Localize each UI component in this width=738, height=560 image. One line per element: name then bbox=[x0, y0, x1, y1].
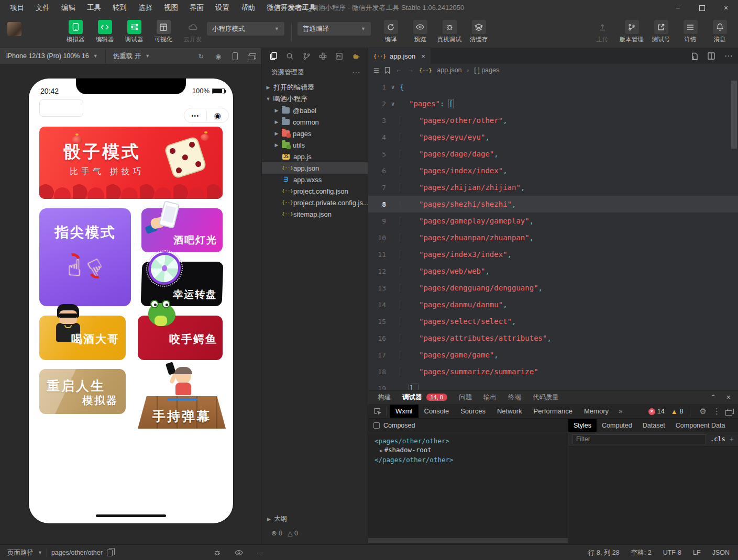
menu-转到[interactable]: 转到 bbox=[108, 2, 131, 14]
tree-file-app.wxss[interactable]: ᗱapp.wxss bbox=[262, 174, 368, 185]
device-selector[interactable]: iPhone 12/13 (Pro) 100% 16▼ bbox=[0, 52, 98, 60]
code-line-13[interactable]: 13"pages/dengguang/dengguang", bbox=[368, 279, 738, 296]
close-icon[interactable]: × bbox=[726, 393, 731, 401]
tile-bar-light[interactable]: 酒吧灯光 bbox=[141, 208, 223, 252]
fold-chevron-icon[interactable]: ∨ bbox=[386, 84, 400, 91]
menu-设置[interactable]: 设置 bbox=[211, 2, 234, 14]
tree-file-sitemap.json[interactable]: {··}sitemap.json bbox=[262, 208, 368, 220]
toolbar-button-编辑器[interactable]: 编辑器 bbox=[92, 20, 117, 43]
tree-folder-@babel[interactable]: ▶@babel bbox=[262, 105, 368, 116]
menu-视图[interactable]: 视图 bbox=[159, 2, 183, 14]
toolbar-button-预览[interactable]: 预览 bbox=[407, 20, 433, 43]
toolbar-button-消息[interactable]: 消息 bbox=[707, 20, 732, 43]
collapse-icon[interactable]: ⌃ bbox=[711, 394, 716, 401]
menu-微信开发者工具[interactable]: 微信开发者工具 bbox=[262, 2, 321, 14]
language-mode[interactable]: JSON bbox=[712, 549, 730, 556]
add-rule-icon[interactable]: + bbox=[730, 435, 734, 443]
toolbar-button-云开发[interactable]: 云开发 bbox=[180, 20, 205, 43]
compile-dropdown[interactable]: 普通编译▼ bbox=[298, 22, 371, 36]
toolbar-button-清缓存[interactable]: 清缓存 bbox=[466, 20, 491, 43]
tree-file-app.js[interactable]: JSapp.js bbox=[262, 151, 368, 162]
menu-工具[interactable]: 工具 bbox=[82, 2, 106, 14]
more-icon[interactable]: ··· bbox=[353, 69, 361, 76]
eol-setting[interactable]: LF bbox=[693, 549, 701, 556]
teapot-icon[interactable] bbox=[350, 52, 361, 60]
tree-folder-pages[interactable]: ▶pages bbox=[262, 128, 368, 139]
code-line-7[interactable]: 7"pages/zhijian/zhijian", bbox=[368, 179, 738, 196]
code-line-2[interactable]: 2∨"pages": [ bbox=[368, 95, 738, 112]
code-line-11[interactable]: 11"pages/index3/index", bbox=[368, 246, 738, 263]
filter-input[interactable]: Filter bbox=[572, 434, 706, 444]
devtools-tab-sources[interactable]: Sources bbox=[455, 405, 491, 418]
code-line-12[interactable]: 12"pages/web/web", bbox=[368, 263, 738, 279]
tile-handheld-danmaku[interactable]: 手持弹幕 bbox=[138, 364, 226, 431]
home-target-icon[interactable]: ◉ bbox=[207, 111, 229, 120]
tile-dice-mode[interactable]: 骰子模式 比手气 拼技巧 bbox=[39, 127, 223, 199]
styles-tab-dataset[interactable]: Dataset bbox=[637, 419, 670, 432]
menu-帮助[interactable]: 帮助 bbox=[236, 2, 260, 14]
open-preview-icon[interactable] bbox=[691, 52, 698, 60]
user-avatar[interactable] bbox=[7, 22, 21, 36]
debugger-tab-问题[interactable]: 问题 bbox=[459, 393, 472, 402]
mode-dropdown[interactable]: 小程序模式▼ bbox=[207, 22, 284, 36]
wxml-scrollbar[interactable] bbox=[368, 538, 568, 543]
code-line-4[interactable]: 4"pages/eyu/eyu", bbox=[368, 129, 738, 145]
code-line-3[interactable]: 3"pages/other/other", bbox=[368, 112, 738, 129]
tree-file-project.private.config.js...[interactable]: {··}project.private.config.js... bbox=[262, 197, 368, 208]
menu-编辑[interactable]: 编辑 bbox=[57, 2, 80, 14]
indent-setting[interactable]: 空格: 2 bbox=[631, 548, 652, 557]
files-icon[interactable] bbox=[268, 52, 279, 60]
tab-app-json[interactable]: {··} app.json × bbox=[368, 48, 431, 64]
toolbar-button-测试号[interactable]: 测试号 bbox=[648, 20, 674, 43]
debugger-tab-构建[interactable]: 构建 bbox=[378, 393, 391, 402]
encoding[interactable]: UTF-8 bbox=[663, 549, 681, 556]
devtools-tab-memory[interactable]: Memory bbox=[578, 405, 614, 418]
toolbar-button-可视化[interactable]: 可视化 bbox=[151, 20, 176, 43]
debugger-tab-调试器[interactable]: 调试器 bbox=[402, 393, 422, 402]
editor-scrollbar[interactable] bbox=[731, 81, 737, 149]
code-line-6[interactable]: 6"pages/index/index", bbox=[368, 162, 738, 179]
code-line-5[interactable]: 5"pages/dage/dage", bbox=[368, 145, 738, 162]
toolbar-button-版本管理[interactable]: 版本管理 bbox=[619, 20, 644, 43]
devtools-tab-performance[interactable]: Performance bbox=[528, 405, 578, 418]
code-line-19[interactable]: 19], bbox=[368, 380, 738, 390]
styles-tab-component-data[interactable]: Component Data bbox=[670, 419, 731, 432]
code-line-9[interactable]: 9"pages/gameplay/gameplay", bbox=[368, 212, 738, 229]
console-error-count[interactable]: ✕ 14 bbox=[648, 408, 665, 415]
toolbar-button-真机调试[interactable]: 真机调试 bbox=[437, 20, 462, 43]
devtools-tab-network[interactable]: Network bbox=[491, 405, 528, 418]
debugger-tab-代码质量[interactable]: 代码质量 bbox=[533, 393, 559, 402]
code-line-18[interactable]: 18"pages/summarize/summarize" bbox=[368, 363, 738, 380]
close-button[interactable]: × bbox=[714, 0, 738, 16]
more-dots-icon[interactable]: ••• bbox=[184, 113, 206, 119]
gear-icon[interactable]: ⚙ bbox=[700, 407, 707, 416]
menu-选择[interactable]: 选择 bbox=[134, 2, 157, 14]
menu-文件[interactable]: 文件 bbox=[31, 2, 54, 14]
code-line-8[interactable]: 8"pages/shezhi/shezhi", bbox=[368, 196, 738, 212]
code-line-10[interactable]: 10"pages/zhuanpan/zhuanpan", bbox=[368, 229, 738, 246]
close-tab-icon[interactable]: × bbox=[421, 52, 425, 60]
bookmark-icon[interactable] bbox=[384, 67, 390, 74]
tree-folder-common[interactable]: ▶common bbox=[262, 116, 368, 128]
record-icon[interactable]: ◉ bbox=[215, 52, 221, 60]
code-line-14[interactable]: 14"pages/danmu/danmu", bbox=[368, 296, 738, 313]
outline-section[interactable]: ▶ 大纲 bbox=[267, 514, 287, 523]
git-branch-icon[interactable] bbox=[301, 52, 312, 60]
tile-restart-life[interactable]: 重启人生 模拟器 bbox=[39, 369, 126, 414]
devtools-tab-console[interactable]: Console bbox=[418, 405, 455, 418]
search-icon[interactable] bbox=[284, 52, 295, 60]
cls-toggle[interactable]: .cls bbox=[710, 435, 725, 443]
multi-window-icon[interactable] bbox=[249, 53, 256, 59]
code-line-16[interactable]: 16"pages/attributes/attributes", bbox=[368, 330, 738, 346]
split-editor-icon[interactable] bbox=[708, 52, 715, 60]
wxml-open-tag[interactable]: <pages/other/other> bbox=[374, 436, 568, 445]
toolbar-button-模拟器[interactable]: 模拟器 bbox=[63, 20, 88, 43]
menu-项目[interactable]: 项目 bbox=[5, 2, 29, 14]
styles-tab-computed[interactable]: Computed bbox=[597, 419, 637, 432]
eye-icon[interactable] bbox=[235, 550, 243, 556]
maximize-button[interactable] bbox=[690, 0, 714, 16]
tile-biting-crocodile[interactable]: 咬手鳄鱼 bbox=[138, 316, 223, 360]
more-actions-icon[interactable]: ··· bbox=[724, 51, 733, 61]
capsule-menu[interactable]: ••• ◉ bbox=[184, 108, 229, 123]
nav-forward-icon[interactable]: → bbox=[407, 66, 414, 74]
